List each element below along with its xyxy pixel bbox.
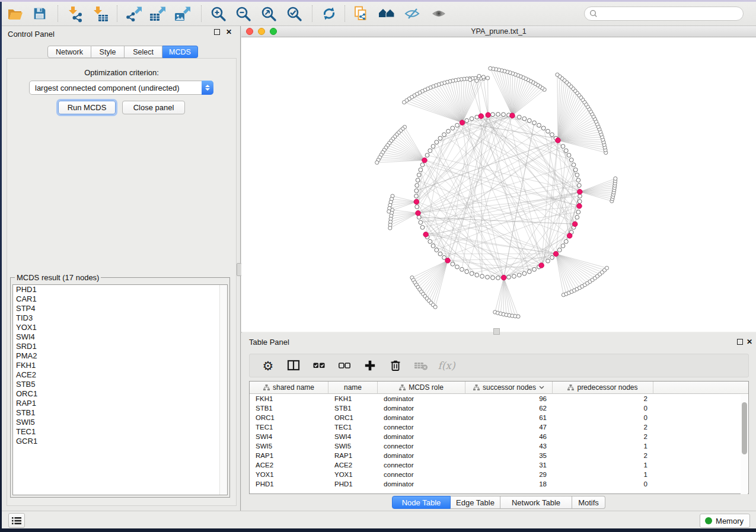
table-row[interactable]: STB1STB1dominator620 bbox=[250, 403, 748, 413]
mcds-result-item[interactable]: ACE2 bbox=[13, 370, 227, 380]
table-row[interactable]: RAP1RAP1dominator352 bbox=[250, 451, 748, 460]
table-settings-button[interactable]: ⚙ bbox=[260, 358, 276, 373]
zoom-fit-button[interactable] bbox=[257, 4, 280, 24]
save-session-button[interactable] bbox=[28, 4, 51, 24]
table-cell[interactable]: 1 bbox=[553, 470, 653, 479]
memory-button[interactable]: Memory bbox=[700, 514, 750, 528]
table-cell[interactable]: RAP1 bbox=[328, 451, 378, 460]
run-mcds-button[interactable]: Run MCDS bbox=[58, 101, 116, 114]
zoom-selected-button[interactable] bbox=[283, 4, 305, 24]
mcds-result-item[interactable]: PHD1 bbox=[13, 285, 227, 294]
close-panel-icon[interactable]: ✕ bbox=[226, 28, 232, 36]
panels-menu-button[interactable] bbox=[8, 513, 25, 528]
table-cell[interactable]: 0 bbox=[553, 479, 653, 489]
column-header-shared-name[interactable]: shared name bbox=[250, 382, 328, 394]
table-cell[interactable]: 2 bbox=[553, 432, 653, 441]
search-input[interactable] bbox=[598, 9, 743, 18]
column-header-successor-nodes[interactable]: successor nodes bbox=[465, 382, 553, 394]
table-cell[interactable]: RAP1 bbox=[250, 451, 328, 460]
tab-edge-table[interactable]: Edge Table bbox=[451, 496, 500, 509]
tab-network-table[interactable]: Network Table bbox=[500, 496, 572, 509]
table-cell[interactable]: ORC1 bbox=[250, 413, 328, 422]
table-cell[interactable]: dominator bbox=[378, 451, 465, 460]
table-row[interactable]: PHD1PHD1dominator180 bbox=[250, 479, 748, 489]
table-cell[interactable]: 2 bbox=[553, 451, 653, 460]
table-row[interactable]: ACE2ACE2connector311 bbox=[250, 460, 748, 470]
table-cell[interactable]: STB1 bbox=[328, 403, 378, 413]
mcds-result-item[interactable]: RAP1 bbox=[13, 399, 227, 408]
zoom-in-button[interactable] bbox=[207, 4, 229, 24]
table-row[interactable]: FKH1FKH1dominator962 bbox=[250, 394, 748, 403]
table-cell[interactable]: SWI5 bbox=[328, 441, 378, 451]
table-cell[interactable]: 0 bbox=[553, 413, 653, 422]
mcds-result-list[interactable]: PHD1CAR1STP4TID3YOX1SWI4SRD1PMA2FKH1ACE2… bbox=[12, 284, 228, 495]
table-cell[interactable]: dominator bbox=[378, 432, 465, 441]
tab-network[interactable]: Network bbox=[47, 46, 91, 58]
tab-motifs[interactable]: Motifs bbox=[572, 496, 605, 509]
column-header-mcds-role[interactable]: MCDS role bbox=[378, 382, 465, 394]
mcds-result-item[interactable]: STB1 bbox=[13, 408, 227, 418]
table-cell[interactable]: STB1 bbox=[250, 403, 328, 413]
mcds-list-scrollbar[interactable] bbox=[219, 285, 227, 495]
table-cell[interactable] bbox=[653, 479, 748, 489]
import-table-button[interactable] bbox=[89, 4, 111, 24]
mcds-result-item[interactable]: YOX1 bbox=[13, 323, 227, 332]
table-cell[interactable]: 1 bbox=[553, 460, 653, 470]
first-neighbors-button[interactable] bbox=[375, 4, 398, 24]
table-cell[interactable]: 1 bbox=[553, 441, 653, 451]
table-cell[interactable]: connector bbox=[378, 441, 465, 451]
table-cell[interactable]: 62 bbox=[465, 403, 553, 413]
show-all-button[interactable] bbox=[428, 4, 450, 24]
table-cell[interactable]: SWI4 bbox=[250, 432, 328, 441]
mcds-result-item[interactable]: STB5 bbox=[13, 380, 227, 389]
table-cell[interactable]: YOX1 bbox=[250, 470, 328, 479]
table-cell[interactable]: ORC1 bbox=[328, 413, 378, 422]
import-network-button[interactable] bbox=[64, 4, 87, 24]
mcds-result-item[interactable]: TID3 bbox=[13, 313, 227, 323]
select-all-button[interactable] bbox=[311, 358, 327, 373]
table-cell[interactable]: FKH1 bbox=[328, 394, 378, 403]
table-row[interactable]: ORC1ORC1dominator610 bbox=[250, 413, 748, 422]
table-cell[interactable]: 35 bbox=[465, 451, 553, 460]
mcds-result-item[interactable]: TEC1 bbox=[13, 427, 227, 437]
table-row[interactable]: SWI5SWI5connector431 bbox=[250, 441, 748, 451]
refresh-button[interactable] bbox=[318, 4, 340, 24]
table-cell[interactable] bbox=[653, 460, 748, 470]
table-cell[interactable]: PHD1 bbox=[250, 479, 328, 489]
mcds-result-item[interactable]: GCR1 bbox=[13, 437, 227, 446]
table-scrollbar-track[interactable] bbox=[741, 395, 748, 494]
clone-network-button[interactable] bbox=[350, 4, 372, 24]
table-cell[interactable]: 0 bbox=[553, 403, 653, 413]
export-table-button[interactable] bbox=[146, 4, 168, 24]
table-cell[interactable]: 47 bbox=[465, 422, 553, 432]
tab-select[interactable]: Select bbox=[125, 46, 162, 58]
table-row[interactable]: YOX1YOX1connector291 bbox=[250, 470, 748, 479]
table-cell[interactable]: dominator bbox=[378, 394, 465, 403]
network-canvas[interactable] bbox=[241, 37, 756, 332]
table-cell[interactable]: connector bbox=[378, 470, 465, 479]
table-cell[interactable] bbox=[653, 403, 748, 413]
table-cell[interactable] bbox=[653, 432, 748, 441]
table-cell[interactable]: TEC1 bbox=[250, 422, 328, 432]
table-cell[interactable]: 43 bbox=[465, 441, 553, 451]
table-cell[interactable]: dominator bbox=[378, 403, 465, 413]
table-row[interactable]: TEC1TEC1connector472 bbox=[250, 422, 748, 432]
float-table-panel-icon[interactable] bbox=[737, 339, 743, 345]
horizontal-splitter-handle[interactable] bbox=[493, 328, 500, 335]
float-panel-icon[interactable] bbox=[214, 29, 220, 35]
table-cell[interactable] bbox=[653, 470, 748, 479]
table-cell[interactable]: 46 bbox=[465, 432, 553, 441]
table-cell[interactable]: connector bbox=[378, 422, 465, 432]
table-cell[interactable]: 18 bbox=[465, 479, 553, 489]
tab-node-table[interactable]: Node Table bbox=[392, 496, 451, 509]
show-columns-button[interactable] bbox=[286, 358, 301, 373]
mcds-result-item[interactable]: SRD1 bbox=[13, 342, 227, 351]
table-cell[interactable] bbox=[653, 441, 748, 451]
table-cell[interactable]: 96 bbox=[465, 394, 553, 403]
table-cell[interactable] bbox=[653, 394, 748, 403]
table-cell[interactable]: SWI4 bbox=[328, 432, 378, 441]
mcds-result-item[interactable]: SWI4 bbox=[13, 332, 227, 342]
close-panel-button[interactable]: Close panel bbox=[122, 101, 185, 114]
mcds-result-item[interactable]: STP4 bbox=[13, 304, 227, 313]
mcds-result-item[interactable]: CAR1 bbox=[13, 294, 227, 304]
